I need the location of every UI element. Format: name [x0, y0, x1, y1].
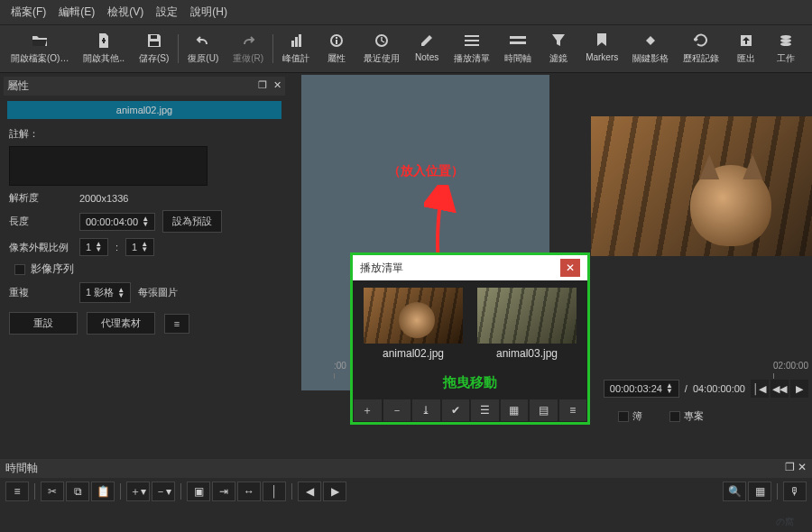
timeline-icon: [510, 32, 526, 49]
playlist-item[interactable]: animal02.jpg: [360, 288, 466, 360]
menu-edit[interactable]: 編輯(E): [55, 3, 98, 22]
playlist-thumbnail: [477, 288, 577, 344]
pl-check-button[interactable]: ✔: [441, 399, 471, 422]
tl-copy-button[interactable]: ⧉: [66, 482, 89, 501]
recent-button[interactable]: 最近使用: [356, 31, 407, 67]
selected-file-label: animal02.jpg: [7, 101, 281, 119]
playlist-thumbnail: [364, 288, 463, 344]
player-preview[interactable]: [591, 116, 812, 256]
project-checkbox[interactable]: 專案: [669, 409, 704, 423]
filter-button[interactable]: 濾鏡: [539, 31, 578, 67]
pl-view-list-button[interactable]: ☰: [470, 399, 500, 422]
timeline-close-icon[interactable]: ✕: [798, 461, 807, 473]
playlist-window[interactable]: 播放清單 ✕ animal02.jpg animal03.jpg 拖曳移動 ＋ …: [350, 252, 590, 425]
menu-view[interactable]: 檢視(V): [104, 3, 147, 22]
panel-title: 屬性: [7, 78, 29, 94]
open-other-button[interactable]: 開啟其他..: [76, 31, 132, 67]
notes-button[interactable]: Notes: [407, 31, 447, 67]
duration-input[interactable]: 00:00:04:00 ▲▼: [79, 213, 155, 231]
svg-point-13: [780, 42, 791, 46]
peak-meter-button[interactable]: 峰值計: [275, 31, 317, 67]
playlist-filename: animal03.jpg: [496, 347, 558, 360]
properties-panel: 屬性 ❐ ✕ animal02.jpg 註解： 解析度 2000x1336 長度…: [0, 73, 289, 506]
svg-point-12: [780, 39, 791, 42]
pl-menu-button[interactable]: ≡: [558, 399, 588, 422]
svg-rect-2: [291, 41, 294, 47]
pl-update-button[interactable]: ⤓: [411, 399, 441, 422]
timeline-button[interactable]: 時間軸: [497, 31, 539, 67]
annotation-drag-move: 拖曳移動: [353, 367, 587, 399]
panel-undock-icon[interactable]: ❐: [258, 79, 267, 90]
par-b-input[interactable]: 1▲▼: [125, 238, 154, 256]
menu-help[interactable]: 說明(H): [187, 3, 231, 22]
par-a-input[interactable]: 1▲▼: [79, 238, 108, 256]
duration-label: 長度: [9, 215, 72, 228]
current-timecode[interactable]: 00:00:03:24▲▼: [604, 380, 679, 398]
repeat-label: 重複: [9, 286, 72, 299]
markers-button[interactable]: Markers: [578, 31, 625, 67]
image-sequence-checkbox[interactable]: [14, 264, 25, 275]
proxy-button[interactable]: 代理素材: [87, 312, 155, 335]
keyframes-button[interactable]: 關鍵影格: [625, 31, 676, 67]
playlist-close-button[interactable]: ✕: [560, 259, 580, 277]
list-icon: [464, 32, 480, 49]
svg-rect-4: [299, 34, 301, 47]
save-button[interactable]: 儲存(S): [132, 31, 176, 67]
tl-remove-button[interactable]: －▾: [152, 482, 175, 501]
undo-button[interactable]: 復原(U): [180, 31, 226, 67]
tl-split-button[interactable]: │: [263, 482, 286, 501]
tl-record-button[interactable]: 🎙: [783, 482, 807, 501]
funnel-icon: [550, 32, 567, 49]
pl-remove-button[interactable]: －: [383, 399, 412, 422]
clock-icon: [374, 32, 390, 49]
pl-view-tiles-button[interactable]: ▦: [500, 399, 530, 422]
tl-paste-button[interactable]: 📋: [91, 482, 115, 501]
tl-insert-button[interactable]: ⇥: [212, 482, 235, 501]
hamburger-button[interactable]: ≡: [164, 314, 189, 334]
timecode-sep: /: [685, 383, 687, 394]
tl-menu-button[interactable]: ≡: [5, 482, 29, 501]
menu-settings[interactable]: 設定: [152, 3, 181, 22]
comment-input[interactable]: [9, 146, 208, 186]
tl-overwrite-button[interactable]: ▣: [187, 482, 210, 501]
play-button[interactable]: ▶: [790, 380, 808, 398]
pl-add-button[interactable]: ＋: [353, 399, 383, 422]
watermark: の窩: [776, 516, 794, 528]
set-default-button[interactable]: 設為預設: [162, 210, 222, 233]
tl-ripple-button[interactable]: ↔: [237, 482, 261, 501]
tl-snap-button[interactable]: ▦: [748, 482, 771, 501]
open-file-button[interactable]: 開啟檔案(O)…: [4, 31, 76, 67]
menu-file[interactable]: 檔案(F): [7, 3, 50, 22]
edit-icon: [419, 32, 435, 49]
export-button[interactable]: 匯出: [726, 31, 766, 67]
svg-point-11: [780, 35, 791, 39]
tl-next-button[interactable]: ▶: [323, 482, 346, 501]
svg-rect-1: [150, 41, 159, 46]
playlist-item[interactable]: animal03.jpg: [474, 288, 580, 360]
pl-view-icons-button[interactable]: ▤: [529, 399, 558, 422]
rewind-button[interactable]: ◀◀: [770, 380, 789, 398]
tl-cut-button[interactable]: ✂: [41, 482, 64, 501]
save-icon: [146, 32, 162, 49]
panel-close-icon[interactable]: ✕: [273, 79, 281, 90]
reset-button[interactable]: 重設: [9, 312, 78, 335]
svg-rect-6: [336, 40, 337, 44]
master-checkbox[interactable]: 簿: [618, 409, 642, 423]
main-toolbar: 開啟檔案(O)… 開啟其他.. 儲存(S) 復原(U) 重做(R) 峰值計 屬性…: [0, 25, 812, 73]
timeline-undock-icon[interactable]: ❐: [785, 461, 795, 473]
skip-start-button[interactable]: │◀: [751, 380, 769, 398]
playlist-filename: animal02.jpg: [383, 347, 444, 360]
tl-zoom-button[interactable]: 🔍: [723, 482, 746, 501]
playlist-button[interactable]: 播放清單: [447, 31, 497, 67]
history-button[interactable]: 歷程記錄: [676, 31, 726, 67]
svg-rect-7: [336, 37, 337, 39]
timeline-panel: 時間軸 ❐ ✕ ≡ ✂ ⧉ 📋 ＋▾ －▾ ▣ ⇥ ↔ │ ◀ ▶ 🔍 ▦ 🎙: [0, 459, 812, 505]
properties-button[interactable]: 屬性: [317, 31, 356, 67]
redo-button[interactable]: 重做(R): [226, 31, 271, 67]
jobs-button[interactable]: 工作: [766, 31, 806, 67]
repeat-input[interactable]: 1 影格▲▼: [79, 282, 131, 303]
par-label: 像素外觀比例: [9, 241, 72, 254]
tl-prev-button[interactable]: ◀: [298, 482, 321, 501]
image-sequence-label: 影像序列: [31, 261, 74, 277]
tl-add-button[interactable]: ＋▾: [126, 482, 150, 501]
